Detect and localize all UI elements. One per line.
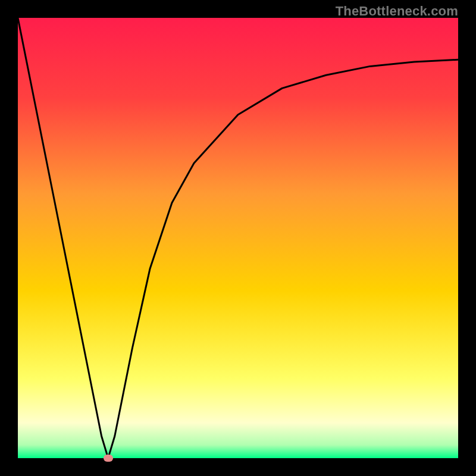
chart-container: TheBottleneck.com	[0, 0, 476, 476]
curve-layer	[18, 18, 458, 458]
plot-area	[18, 18, 458, 458]
optimal-point-marker	[104, 455, 113, 462]
bottleneck-curve	[18, 18, 458, 458]
watermark-text: TheBottleneck.com	[336, 4, 458, 19]
